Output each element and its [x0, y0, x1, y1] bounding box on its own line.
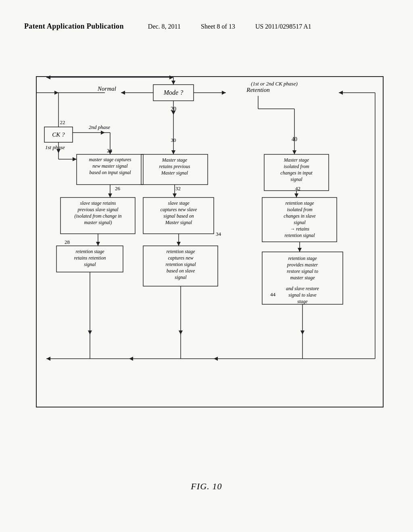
- svg-text:34: 34: [216, 231, 221, 237]
- svg-marker-128: [46, 75, 50, 79]
- svg-text:master signal): master signal): [84, 220, 112, 225]
- svg-marker-112: [300, 330, 305, 335]
- svg-marker-7: [171, 81, 175, 85]
- svg-text:signal: signal: [84, 262, 96, 267]
- header: Patent Application Publication Dec. 8, 2…: [24, 22, 389, 31]
- svg-text:master stage: master stage: [290, 275, 315, 281]
- svg-text:based on slave: based on slave: [167, 268, 195, 274]
- svg-marker-125: [54, 91, 58, 95]
- svg-text:isolated from: isolated from: [284, 164, 309, 169]
- svg-text:Master stage: Master stage: [284, 157, 309, 163]
- svg-text:2nd phase: 2nd phase: [89, 124, 110, 130]
- svg-text:→ retains: → retains: [290, 226, 309, 232]
- svg-text:Master signal: Master signal: [161, 170, 188, 176]
- svg-marker-121: [129, 357, 133, 361]
- svg-text:28: 28: [65, 239, 70, 245]
- svg-marker-108: [88, 330, 92, 335]
- svg-text:Retention: Retention: [246, 87, 269, 93]
- svg-text:1st phase: 1st phase: [45, 144, 65, 150]
- svg-marker-14: [171, 111, 175, 115]
- svg-text:signal to slave: signal to slave: [288, 292, 317, 298]
- svg-marker-11: [121, 91, 125, 95]
- svg-text:26: 26: [115, 185, 121, 191]
- svg-marker-23: [56, 149, 60, 153]
- svg-marker-131: [339, 91, 343, 95]
- svg-text:signal: signal: [294, 220, 306, 225]
- svg-text:retention stage: retention stage: [288, 256, 317, 261]
- svg-marker-36: [73, 157, 77, 161]
- svg-text:restore signal to: restore signal to: [287, 268, 318, 274]
- svg-text:changes in input: changes in input: [280, 170, 313, 176]
- svg-marker-110: [179, 330, 183, 335]
- svg-text:retention stage: retention stage: [285, 200, 314, 206]
- svg-text:captures new slave: captures new slave: [161, 207, 198, 212]
- svg-text:captures new: captures new: [168, 255, 193, 261]
- svg-text:stage: stage: [297, 299, 308, 304]
- svg-marker-39: [171, 150, 175, 154]
- svg-text:Master stage: Master stage: [162, 157, 188, 163]
- svg-marker-89: [177, 242, 181, 246]
- svg-text:retention signal: retention signal: [165, 262, 196, 267]
- svg-marker-97: [298, 248, 302, 252]
- svg-text:retains retention: retains retention: [74, 255, 106, 261]
- diagram-svg: Mode ? Normal (1st or 2nd CK phase) Rete…: [24, 52, 399, 435]
- svg-text:(isolated from change in: (isolated from change in: [74, 213, 121, 219]
- svg-text:CK ?: CK ?: [52, 131, 65, 138]
- header-sheet: Sheet 8 of 13: [201, 23, 235, 30]
- header-number: US 2011/0298517 A1: [255, 23, 311, 30]
- page: Patent Application Publication Dec. 8, 2…: [0, 0, 413, 532]
- svg-text:retains previous: retains previous: [159, 164, 190, 169]
- header-date: Dec. 8, 2011: [148, 23, 181, 30]
- svg-marker-120: [46, 357, 50, 361]
- svg-marker-122: [214, 357, 218, 361]
- svg-marker-64: [173, 193, 177, 197]
- svg-text:slave stage retains: slave stage retains: [80, 200, 116, 206]
- svg-text:Normal: Normal: [97, 85, 116, 92]
- svg-marker-127: [169, 75, 173, 79]
- svg-text:42: 42: [295, 185, 300, 191]
- svg-text:previous slave signal: previous slave signal: [77, 207, 119, 212]
- diagram-area: Mode ? Normal (1st or 2nd CK phase) Rete…: [24, 52, 389, 500]
- svg-text:22: 22: [60, 119, 65, 125]
- svg-marker-20: [101, 131, 105, 135]
- patent-title: Patent Application Publication: [24, 22, 124, 31]
- svg-text:based on input signal: based on input signal: [89, 170, 131, 175]
- svg-text:changes in slave: changes in slave: [284, 213, 316, 219]
- svg-text:Mode ?: Mode ?: [163, 89, 183, 96]
- svg-text:signal: signal: [290, 177, 302, 182]
- svg-text:new master signal: new master signal: [92, 163, 128, 169]
- svg-marker-82: [96, 242, 100, 246]
- svg-text:32: 32: [175, 185, 181, 191]
- svg-marker-72: [294, 193, 298, 197]
- svg-text:retention stage: retention stage: [75, 249, 104, 254]
- svg-text:signal based on: signal based on: [163, 213, 194, 219]
- svg-text:(1st or 2nd CK phase): (1st or 2nd CK phase): [251, 81, 298, 87]
- svg-marker-48: [292, 150, 296, 154]
- svg-text:retention signal: retention signal: [284, 233, 315, 238]
- svg-text:retention stage: retention stage: [166, 249, 195, 254]
- svg-text:master stage captures: master stage captures: [89, 157, 131, 162]
- svg-text:Master signal: Master signal: [165, 220, 192, 225]
- figure-label: FIG. 10: [191, 481, 222, 492]
- svg-marker-56: [108, 193, 112, 197]
- svg-text:and slave restore: and slave restore: [286, 286, 319, 291]
- svg-text:provides master: provides master: [287, 262, 318, 268]
- svg-text:isolated from: isolated from: [287, 207, 313, 212]
- svg-marker-9: [222, 91, 226, 95]
- svg-text:44: 44: [270, 291, 276, 297]
- svg-text:signal: signal: [175, 274, 187, 280]
- svg-text:slave stage: slave stage: [168, 200, 190, 206]
